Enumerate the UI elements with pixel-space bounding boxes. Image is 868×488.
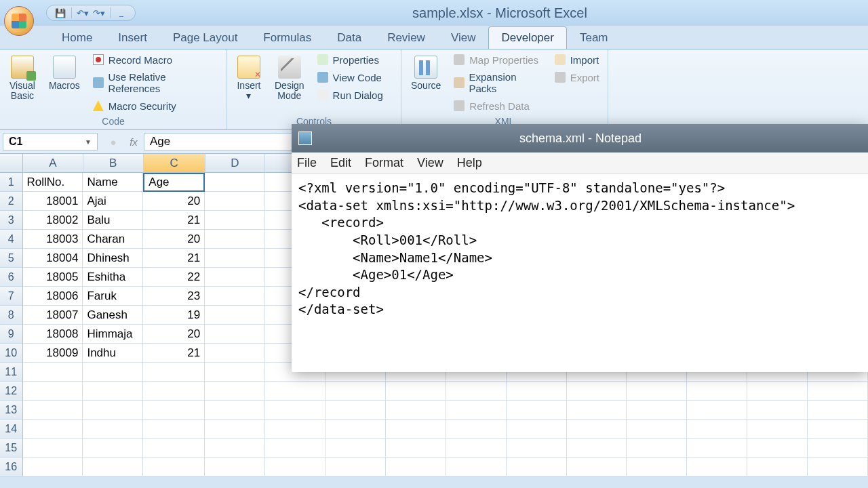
- save-icon[interactable]: 💾: [55, 7, 66, 18]
- cell[interactable]: 21: [143, 249, 205, 268]
- undo-icon[interactable]: ↶▾: [77, 7, 88, 18]
- row-header[interactable]: 11: [0, 363, 23, 382]
- cell[interactable]: 18001: [23, 192, 83, 211]
- cell[interactable]: 20: [143, 192, 205, 211]
- cell[interactable]: [808, 439, 868, 458]
- design-mode-button[interactable]: Design Mode: [271, 52, 309, 104]
- column-header[interactable]: B: [83, 154, 144, 173]
- column-header[interactable]: D: [205, 154, 266, 173]
- name-box[interactable]: C1 ▼: [3, 133, 98, 150]
- cell[interactable]: 19: [143, 306, 205, 325]
- cell[interactable]: [23, 382, 83, 401]
- cell[interactable]: [205, 401, 265, 420]
- cell[interactable]: Charan: [83, 230, 143, 249]
- cell[interactable]: [205, 230, 265, 249]
- cell[interactable]: [23, 439, 83, 458]
- cell[interactable]: [386, 401, 446, 420]
- cell[interactable]: [143, 420, 205, 439]
- tab-home[interactable]: Home: [49, 26, 105, 49]
- cell[interactable]: [386, 420, 446, 439]
- cell[interactable]: [326, 401, 386, 420]
- column-header[interactable]: C: [144, 154, 205, 173]
- cell[interactable]: 20: [143, 325, 205, 344]
- cancel-icon[interactable]: ●: [103, 136, 123, 148]
- cell[interactable]: [83, 439, 143, 458]
- cell[interactable]: [205, 192, 265, 211]
- cell[interactable]: [205, 439, 265, 458]
- cell[interactable]: Himmaja: [83, 325, 143, 344]
- row-header[interactable]: 13: [0, 401, 23, 420]
- record-macro-button[interactable]: Record Macro: [90, 52, 221, 67]
- cell[interactable]: [446, 420, 507, 439]
- cell[interactable]: [446, 439, 507, 458]
- use-relative-references-button[interactable]: Use Relative References: [90, 70, 221, 96]
- cell[interactable]: [205, 363, 265, 382]
- cell[interactable]: [567, 382, 627, 401]
- tab-page-layout[interactable]: Page Layout: [160, 26, 250, 49]
- cell[interactable]: 21: [143, 211, 205, 230]
- row-header[interactable]: 8: [0, 306, 23, 325]
- cell[interactable]: [326, 458, 386, 476]
- cell[interactable]: 20: [143, 230, 205, 249]
- cell[interactable]: Indhu: [83, 344, 143, 363]
- source-button[interactable]: Source: [407, 52, 445, 113]
- row-header[interactable]: 6: [0, 268, 23, 287]
- cell[interactable]: [627, 420, 687, 439]
- cell[interactable]: [808, 382, 868, 401]
- cell[interactable]: [265, 458, 326, 476]
- cell[interactable]: [265, 420, 326, 439]
- cell[interactable]: [83, 363, 143, 382]
- cell[interactable]: [627, 439, 687, 458]
- cell[interactable]: [507, 439, 567, 458]
- cell[interactable]: [747, 458, 808, 476]
- cell[interactable]: 23: [143, 287, 205, 306]
- cell[interactable]: [83, 458, 143, 476]
- column-header[interactable]: A: [23, 154, 83, 173]
- cell[interactable]: Ganesh: [83, 306, 143, 325]
- cell[interactable]: 18004: [23, 249, 83, 268]
- notepad-menu-format[interactable]: Format: [365, 156, 403, 170]
- run-dialog-button[interactable]: Run Dialog: [314, 87, 386, 102]
- cell[interactable]: [23, 363, 83, 382]
- tab-data[interactable]: Data: [324, 26, 374, 49]
- insert-button[interactable]: Insert▾: [233, 52, 265, 104]
- cell[interactable]: [446, 458, 507, 476]
- cell[interactable]: [205, 249, 265, 268]
- view-code-button[interactable]: View Code: [314, 70, 386, 85]
- cell[interactable]: [808, 458, 868, 476]
- cell[interactable]: [687, 420, 747, 439]
- row-header[interactable]: 9: [0, 325, 23, 344]
- cell[interactable]: [326, 439, 386, 458]
- cell[interactable]: [687, 458, 747, 476]
- row-header[interactable]: 4: [0, 230, 23, 249]
- row-header[interactable]: 3: [0, 211, 23, 230]
- cell[interactable]: [808, 401, 868, 420]
- row-header[interactable]: 5: [0, 249, 23, 268]
- office-button[interactable]: [4, 6, 34, 36]
- cell[interactable]: [23, 420, 83, 439]
- row-header[interactable]: 1: [0, 173, 23, 192]
- cell[interactable]: 18007: [23, 306, 83, 325]
- visual-basic-button[interactable]: Visual Basic: [5, 52, 39, 113]
- cell[interactable]: 18008: [23, 325, 83, 344]
- cell[interactable]: [205, 173, 265, 192]
- export-button[interactable]: Export: [551, 70, 602, 85]
- macros-button[interactable]: Macros: [45, 52, 84, 113]
- macro-security-button[interactable]: Macro Security: [90, 98, 221, 113]
- cell[interactable]: [205, 325, 265, 344]
- cell[interactable]: Name: [83, 173, 143, 192]
- import-button[interactable]: Import: [551, 52, 602, 67]
- cell[interactable]: [386, 458, 446, 476]
- cell[interactable]: [205, 268, 265, 287]
- cell[interactable]: 18006: [23, 287, 83, 306]
- tab-developer[interactable]: Developer: [488, 26, 567, 49]
- tab-formulas[interactable]: Formulas: [250, 26, 324, 49]
- cell[interactable]: [567, 458, 627, 476]
- fx-icon[interactable]: fx: [123, 136, 144, 148]
- cell[interactable]: 18005: [23, 268, 83, 287]
- cell[interactable]: [627, 382, 687, 401]
- cell[interactable]: Dhinesh: [83, 249, 143, 268]
- cell[interactable]: [143, 458, 205, 476]
- cell[interactable]: [687, 401, 747, 420]
- cell[interactable]: [446, 382, 507, 401]
